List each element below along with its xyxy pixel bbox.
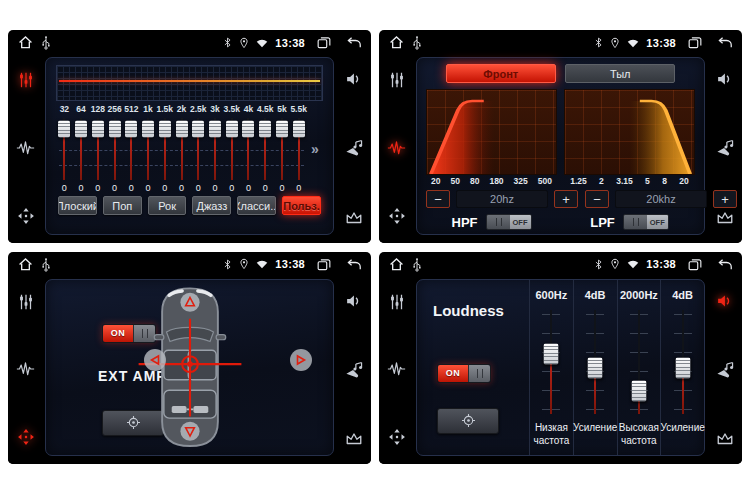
eq-slider-handle[interactable] (192, 120, 204, 137)
high-gain-slider[interactable] (672, 310, 694, 421)
eq-band-slider[interactable] (257, 115, 274, 183)
eq-slider-handle[interactable] (75, 120, 87, 137)
eq-slider-handle[interactable] (176, 120, 188, 137)
recent-apps-icon[interactable] (317, 258, 331, 271)
eq-band-value: 0 (123, 183, 140, 193)
eq-band-slider[interactable] (106, 115, 123, 183)
equalizer-tab-icon[interactable] (388, 293, 406, 311)
back-icon[interactable] (717, 36, 733, 49)
lpf-stepper: − 20khz + (585, 190, 737, 208)
equalizer-tab-icon[interactable] (17, 293, 35, 311)
slider-handle[interactable] (588, 358, 603, 379)
tab-rear[interactable]: Тыл (565, 64, 675, 83)
eq-band-value: 0 (73, 183, 90, 193)
tab-front[interactable]: Фронт (446, 64, 556, 83)
slider-header: 2000Hz (620, 289, 658, 304)
volume-tab-icon[interactable] (345, 293, 362, 309)
eq-band-slider[interactable] (274, 115, 291, 183)
crown-icon[interactable] (716, 210, 734, 225)
loudspeaker-notes-icon[interactable] (715, 139, 734, 157)
lpf-minus-button[interactable]: − (585, 190, 609, 208)
position-tab-icon[interactable] (17, 207, 35, 225)
eq-band-slider[interactable] (56, 115, 73, 183)
fade-left-button[interactable] (144, 349, 166, 371)
hpf-minus-button[interactable]: − (426, 190, 450, 208)
effects-tab-icon[interactable] (387, 361, 406, 377)
slider-handle[interactable] (675, 358, 690, 379)
eq-band-slider[interactable] (156, 115, 173, 183)
reset-button[interactable] (437, 408, 499, 434)
back-icon[interactable] (717, 258, 733, 271)
back-icon[interactable] (346, 258, 362, 271)
preset-custom-button[interactable]: Польз. (282, 196, 321, 215)
preset-rock-button[interactable]: Рок (148, 196, 187, 215)
slider-handle[interactable] (544, 343, 559, 364)
eq-slider-handle[interactable] (109, 120, 121, 137)
eq-slider-handle[interactable] (58, 120, 70, 137)
volume-tab-icon[interactable] (716, 293, 733, 309)
high-freq-slider[interactable] (628, 310, 650, 421)
crown-icon[interactable] (716, 431, 734, 446)
eq-slider-handle[interactable] (226, 120, 238, 137)
loudness-switch[interactable]: ON (437, 364, 491, 383)
eq-band-slider[interactable] (223, 115, 240, 183)
eq-band-slider[interactable] (190, 115, 207, 183)
preset-pop-button[interactable]: Поп (103, 196, 142, 215)
eq-slider-handle[interactable] (92, 120, 104, 137)
eq-freq-label: 5k (274, 104, 291, 114)
position-tab-icon[interactable] (388, 428, 406, 446)
slider-handle[interactable] (631, 381, 646, 402)
effects-tab-icon[interactable] (16, 140, 35, 156)
eq-slider-handle[interactable] (259, 120, 271, 137)
eq-slider-handle[interactable] (276, 120, 288, 137)
preset-flat-button[interactable]: Плоский (58, 196, 97, 215)
volume-tab-icon[interactable] (716, 71, 733, 87)
hpf-plus-button[interactable]: + (554, 190, 578, 208)
eq-slider-handle[interactable] (293, 120, 305, 137)
position-panel: ON EXT AMP (45, 279, 334, 457)
eq-slider-handle[interactable] (159, 120, 171, 137)
eq-slider-handle[interactable] (209, 120, 221, 137)
home-icon[interactable] (17, 256, 34, 273)
eq-slider-handle[interactable] (142, 120, 154, 137)
eq-band-slider[interactable] (73, 115, 90, 183)
eq-slider-handle[interactable] (125, 120, 137, 137)
back-icon[interactable] (346, 36, 362, 49)
effects-tab-icon[interactable] (387, 140, 406, 156)
usb-icon (412, 35, 422, 50)
fade-right-button[interactable] (290, 349, 312, 371)
position-tab-icon[interactable] (388, 207, 406, 225)
home-icon[interactable] (388, 256, 405, 273)
low-gain-slider[interactable] (584, 310, 606, 421)
volume-tab-icon[interactable] (345, 71, 362, 87)
recent-apps-icon[interactable] (317, 36, 331, 49)
equalizer-tab-icon[interactable] (17, 71, 35, 89)
eq-band-slider[interactable] (89, 115, 106, 183)
hpf-switch[interactable]: OFF (486, 214, 532, 230)
loudspeaker-notes-icon[interactable] (344, 139, 363, 157)
eq-band-slider[interactable] (207, 115, 224, 183)
eq-slider-handle[interactable] (242, 120, 254, 137)
low-freq-slider[interactable] (540, 310, 562, 421)
eq-band-slider[interactable] (290, 115, 307, 183)
loudspeaker-notes-icon[interactable] (344, 361, 363, 379)
crown-icon[interactable] (345, 210, 363, 225)
eq-band-slider[interactable] (240, 115, 257, 183)
preset-jazz-button[interactable]: Джазз (192, 196, 231, 215)
recent-apps-icon[interactable] (688, 36, 702, 49)
eq-band-slider[interactable] (173, 115, 190, 183)
lpf-plus-button[interactable]: + (713, 190, 737, 208)
eq-band-slider[interactable] (123, 115, 140, 183)
crown-icon[interactable] (345, 431, 363, 446)
effects-tab-icon[interactable] (16, 361, 35, 377)
equalizer-tab-icon[interactable] (388, 71, 406, 89)
more-bands-icon[interactable]: » (307, 115, 323, 183)
position-tab-icon[interactable] (17, 428, 35, 446)
lpf-switch[interactable]: OFF (623, 214, 669, 230)
eq-band-slider[interactable] (140, 115, 157, 183)
loudspeaker-notes-icon[interactable] (715, 361, 734, 379)
home-icon[interactable] (388, 34, 405, 51)
preset-classic-button[interactable]: Класси... (237, 196, 276, 215)
recent-apps-icon[interactable] (688, 258, 702, 271)
home-icon[interactable] (17, 34, 34, 51)
